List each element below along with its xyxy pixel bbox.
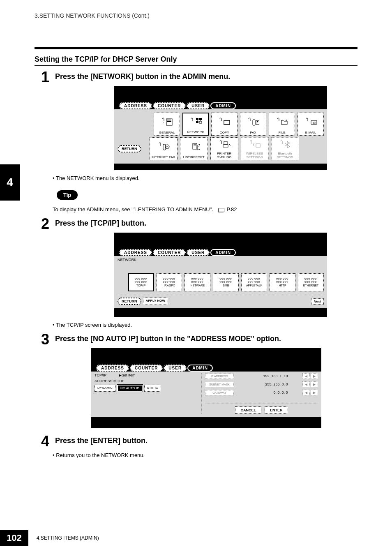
list-report-icon bbox=[188, 138, 200, 155]
svg-rect-24 bbox=[223, 145, 228, 147]
file-icon: 4 bbox=[276, 114, 288, 131]
svg-rect-19 bbox=[193, 143, 197, 149]
network-menu-screenshot: ADDRESS COUNTER USER ADMIN NETWORK XXX.X… bbox=[114, 233, 327, 317]
svg-rect-11 bbox=[253, 120, 255, 125]
fax-button[interactable]: FAX bbox=[240, 113, 266, 136]
footer: 102 4.SETTING ITEMS (ADMIN) bbox=[0, 530, 99, 546]
side-tab: 4 bbox=[0, 164, 20, 201]
wireless-icon bbox=[249, 138, 261, 152]
return-button[interactable]: RETURN bbox=[118, 145, 141, 152]
bluetooth-icon bbox=[279, 138, 291, 152]
tab-address[interactable]: ADDRESS bbox=[119, 249, 152, 256]
tcpip-button[interactable]: XXX.XXX. XXX.XXXTCP/IP bbox=[128, 273, 154, 291]
dynamic-button[interactable]: DYNAMIC bbox=[95, 385, 115, 392]
list-report-button[interactable]: LIST/REPORT bbox=[180, 137, 208, 160]
step-number: 4 bbox=[41, 434, 51, 449]
svg-point-3 bbox=[163, 122, 164, 123]
file-button[interactable]: 4 FILE bbox=[269, 113, 295, 136]
step-2: 2 Press the [TCP/IP] button. ADDRESS COU… bbox=[41, 217, 357, 319]
tab-counter[interactable]: COUNTER bbox=[153, 249, 186, 256]
wireless-button[interactable]: WIRELESS SETTINGS bbox=[241, 137, 269, 160]
next-button[interactable]: Next bbox=[311, 298, 324, 305]
ipxspx-button[interactable]: XXX.XXX. XXX.XXXIPX/SPX bbox=[157, 273, 182, 291]
step1-bullet: The NETWORK menu is displayed. bbox=[53, 175, 392, 181]
step-3: 3 Press the [NO AUTO IP] button in the "… bbox=[41, 332, 357, 430]
step-number: 2 bbox=[41, 217, 51, 319]
enter-button[interactable]: ENTER bbox=[265, 406, 288, 414]
bluetooth-button[interactable]: Bluetooth SETTINGS bbox=[271, 137, 299, 160]
svg-rect-5 bbox=[199, 118, 202, 120]
tcpip-screenshot: ADDRESS COUNTER USER ADMIN TCP/IP ▶Set I… bbox=[91, 348, 321, 428]
tab-counter[interactable]: COUNTER bbox=[130, 365, 163, 372]
ip-left-arrow[interactable]: ◀ bbox=[302, 373, 310, 379]
apply-now-button[interactable]: APPLY NOW bbox=[143, 298, 168, 305]
tcpip-breadcrumb: TCP/IP bbox=[95, 373, 106, 377]
email-button[interactable]: @ E-MAIL bbox=[297, 113, 324, 136]
step-title: Press the [TCP/IP] button. bbox=[55, 217, 357, 228]
general-icon bbox=[161, 114, 173, 131]
subnet-right-arrow[interactable]: ▶ bbox=[311, 381, 318, 387]
step-title: Press the [NETWORK] button in the ADMIN … bbox=[55, 70, 357, 81]
tab-user[interactable]: USER bbox=[187, 102, 210, 109]
network-breadcrumb: NETWORK bbox=[118, 258, 324, 262]
printer-efiling-button[interactable]: PRINTER /E-FILING bbox=[210, 137, 238, 160]
network-icon bbox=[189, 114, 202, 130]
tab-address[interactable]: ADDRESS bbox=[96, 365, 129, 372]
svg-rect-23 bbox=[224, 141, 227, 145]
ethernet-button[interactable]: XXX.XXX. XXX.XXXETHERNET bbox=[298, 273, 324, 291]
ip-address-field-label[interactable]: IP ADDRESS bbox=[205, 374, 234, 379]
divider bbox=[35, 47, 357, 49]
step-title: Press the [NO AUTO IP] button in the "AD… bbox=[55, 332, 357, 343]
page-number: 102 bbox=[0, 530, 28, 546]
netware-button[interactable]: XXX.XXX. XXX.XXXNETWARE bbox=[184, 273, 210, 291]
svg-rect-6 bbox=[196, 121, 198, 123]
section-title: Setting the TCP/IP for DHCP Server Only bbox=[35, 55, 357, 66]
admin-menu-screenshot: ADDRESS COUNTER USER ADMIN GENERAL bbox=[114, 86, 327, 170]
email-icon: @ bbox=[304, 114, 317, 131]
ip-address-value: 192. 168. 1. 10 bbox=[248, 374, 289, 378]
set-item-label: ▶Set Item bbox=[119, 373, 136, 377]
smb-button[interactable]: XXX.XXX. XXX.XXXSMB bbox=[213, 273, 239, 291]
cancel-button[interactable]: CANCEL bbox=[235, 406, 261, 414]
fax-icon bbox=[247, 114, 259, 131]
footer-text: 4.SETTING ITEMS (ADMIN) bbox=[37, 535, 99, 541]
tab-user[interactable]: USER bbox=[164, 365, 187, 372]
tab-address[interactable]: ADDRESS bbox=[119, 102, 152, 109]
step-title: Press the [ENTER] button. bbox=[55, 434, 357, 445]
subnet-left-arrow[interactable]: ◀ bbox=[302, 381, 310, 387]
step-4: 4 Press the [ENTER] button. bbox=[41, 434, 357, 449]
return-button[interactable]: RETURN bbox=[118, 298, 141, 305]
gateway-value: 0. 0. 0. 0 bbox=[248, 390, 289, 395]
copy-icon bbox=[218, 114, 231, 131]
subnet-value: 255. 255. 0. 0 bbox=[248, 382, 289, 386]
ip-right-arrow[interactable]: ▶ bbox=[311, 373, 318, 379]
gateway-left-arrow[interactable]: ◀ bbox=[302, 390, 310, 395]
static-button[interactable]: STATIC bbox=[144, 385, 161, 392]
general-button[interactable]: GENERAL bbox=[154, 113, 180, 136]
appletalk-button[interactable]: XXX.XXX. XXX.XXXAPPLETALK bbox=[241, 273, 267, 291]
network-button[interactable]: NETWORK bbox=[182, 113, 209, 136]
no-auto-ip-button[interactable]: NO AUTO IP bbox=[117, 385, 143, 392]
step-number: 1 bbox=[41, 70, 51, 172]
tab-user[interactable]: USER bbox=[187, 249, 210, 256]
svg-rect-1 bbox=[167, 120, 171, 120]
tab-counter[interactable]: COUNTER bbox=[153, 102, 186, 109]
tab-admin[interactable]: ADMIN bbox=[187, 365, 213, 372]
gateway-field-label[interactable]: GATEWAY bbox=[205, 390, 234, 395]
tab-admin[interactable]: ADMIN bbox=[210, 102, 236, 109]
step-number: 3 bbox=[41, 332, 51, 430]
tab-admin[interactable]: ADMIN bbox=[210, 249, 236, 256]
svg-rect-25 bbox=[256, 144, 260, 147]
tip-text: To display the ADMIN menu, see "1.ENTERI… bbox=[53, 206, 392, 212]
address-mode-label: ADDRESS MODE bbox=[95, 379, 193, 383]
internet-fax-button[interactable]: INTERNET FAX bbox=[150, 137, 178, 160]
svg-rect-4 bbox=[196, 118, 198, 120]
svg-text:@: @ bbox=[313, 121, 316, 125]
copy-button[interactable]: COPY bbox=[211, 113, 238, 136]
svg-rect-7 bbox=[199, 121, 202, 123]
http-button[interactable]: XXX.XXX. XXX.XXXHTTP bbox=[270, 273, 295, 291]
step4-bullet: Returns you to the NETWORK menu. bbox=[53, 452, 392, 458]
step2-bullet: The TCP/IP screen is displayed. bbox=[53, 322, 392, 328]
subnet-field-label[interactable]: SUBNET MASK bbox=[205, 382, 234, 387]
gateway-right-arrow[interactable]: ▶ bbox=[311, 390, 318, 395]
